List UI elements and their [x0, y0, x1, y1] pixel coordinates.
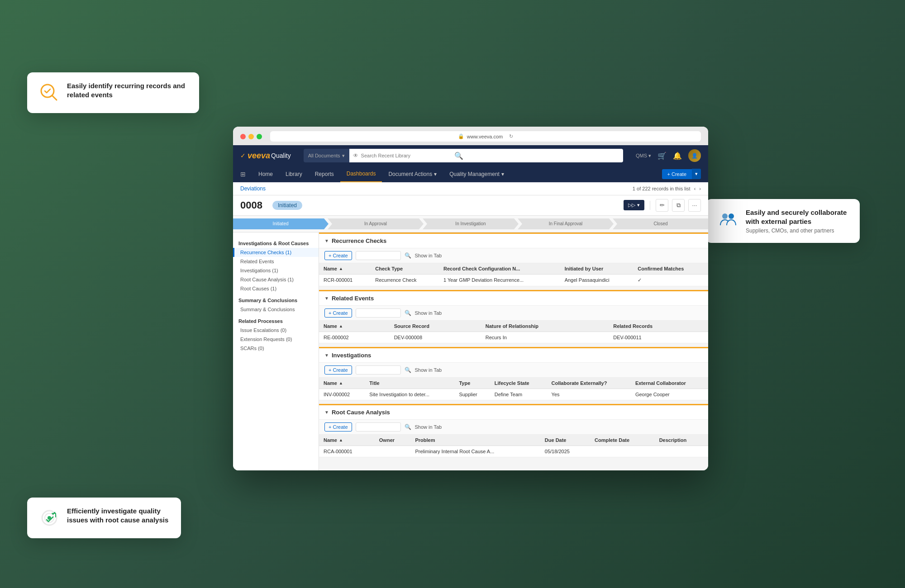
qms-menu[interactable]: QMS ▾	[636, 153, 651, 159]
inv-col-lifecycle[interactable]: Lifecycle State	[490, 378, 547, 389]
close-button[interactable]	[240, 134, 246, 139]
nav-document-actions[interactable]: Document Actions ▾	[382, 166, 443, 182]
related-events-show-tab[interactable]: Show in Tab	[415, 310, 442, 316]
sidebar-item-root-cause-analysis[interactable]: Root Cause Analysis (1)	[233, 275, 319, 284]
sidebar-item-root-causes[interactable]: Root Causes (1)	[233, 284, 319, 293]
investigations-search-icon[interactable]: 🔍	[405, 367, 411, 373]
recurrence-search-input[interactable]	[356, 251, 401, 260]
minimize-button[interactable]	[248, 134, 254, 139]
related-col-records[interactable]: Related Records	[609, 321, 708, 332]
rca-col-problem[interactable]: Problem	[411, 435, 540, 446]
inv-col-name[interactable]: Name ▲	[319, 378, 365, 389]
root-cause-search-icon[interactable]: 🔍	[405, 424, 411, 430]
sidebar-item-investigations[interactable]: Investigations (1)	[233, 266, 319, 275]
header-actions: QMS ▾ 🛒 🔔 👤	[636, 149, 701, 162]
rca-col-due-date[interactable]: Due Date	[540, 435, 590, 446]
recurrence-col-initiated-by[interactable]: Initiated by User	[560, 263, 634, 275]
nav-home[interactable]: Home	[252, 166, 279, 182]
grid-icon[interactable]: ⊞	[240, 171, 246, 178]
sidebar-item-summary-conclusions[interactable]: Summary & Conclusions	[233, 305, 319, 314]
table-row: RE-000002 DEV-000008 Recurs In DEV-00001…	[319, 332, 708, 343]
recurrence-col-name[interactable]: Name ▲	[319, 263, 371, 275]
related-events-collapse-icon[interactable]: ▼	[324, 296, 329, 301]
search-check-icon	[38, 81, 61, 104]
investigations-create-button[interactable]: + Create	[324, 365, 352, 375]
sidebar-item-issue-escalations[interactable]: Issue Escalations (0)	[233, 326, 319, 335]
copy-button[interactable]: ⧉	[672, 199, 685, 212]
investigations-collapse-icon[interactable]: ▼	[324, 353, 329, 358]
create-dropdown-button[interactable]: ▾	[692, 169, 701, 179]
prev-record-button[interactable]: ‹	[694, 186, 696, 191]
related-events-search-icon[interactable]: 🔍	[405, 310, 411, 316]
search-input[interactable]	[361, 153, 452, 158]
url-bar[interactable]: 🔒 www.veeva.com ↻	[270, 131, 701, 142]
doc-type-select[interactable]: All Documents ▾	[304, 149, 349, 162]
step-initiated[interactable]: Initiated	[233, 218, 329, 229]
create-button[interactable]: + Create	[662, 169, 692, 179]
related-col-source[interactable]: Source Record	[390, 321, 481, 332]
recurrence-name-cell[interactable]: RCR-000001	[319, 274, 371, 286]
sidebar-item-extension-requests[interactable]: Extension Requests (0)	[233, 335, 319, 344]
inv-name-cell[interactable]: INV-000002	[319, 389, 365, 400]
step-in-investigation[interactable]: In Investigation	[423, 218, 519, 229]
breadcrumb[interactable]: Deviations	[240, 185, 266, 192]
edit-button[interactable]: ✏	[656, 199, 668, 212]
recurrence-initiated-cell[interactable]: Angel Passaquindici	[560, 274, 634, 286]
recurrence-checks-section: ▼ Recurrence Checks + Create 🔍 Show in T…	[319, 232, 708, 286]
reload-icon[interactable]: ↻	[509, 133, 513, 139]
root-cause-search-input[interactable]	[356, 422, 401, 432]
search-icon[interactable]: 🔍	[454, 152, 463, 160]
related-col-nature[interactable]: Nature of Relationship	[481, 321, 609, 332]
recurrence-col-config[interactable]: Record Check Configuration N...	[439, 263, 560, 275]
inv-col-collaborator[interactable]: External Collaborator	[631, 378, 708, 389]
recurrence-col-check-type[interactable]: Check Type	[371, 263, 439, 275]
investigations-show-tab[interactable]: Show in Tab	[415, 367, 442, 373]
maximize-button[interactable]	[257, 134, 262, 139]
related-records-cell[interactable]: DEV-000011	[609, 332, 708, 343]
inv-collaborator-cell[interactable]: George Cooper	[631, 389, 708, 400]
rca-col-name[interactable]: Name ▲	[319, 435, 375, 446]
inv-col-type[interactable]: Type	[454, 378, 490, 389]
nav-reports[interactable]: Reports	[309, 166, 340, 182]
step-closed[interactable]: Closed	[613, 218, 708, 229]
root-cause-create-button[interactable]: + Create	[324, 422, 352, 432]
rca-col-owner[interactable]: Owner	[375, 435, 411, 446]
cart-icon[interactable]: 🛒	[657, 152, 667, 160]
related-events-table: Name ▲ Source Record Nature of Relations…	[319, 321, 708, 343]
recurrence-show-tab[interactable]: Show in Tab	[415, 253, 442, 258]
step-in-approval[interactable]: In Approval	[328, 218, 424, 229]
related-name-cell[interactable]: RE-000002	[319, 332, 390, 343]
related-col-name[interactable]: Name ▲	[319, 321, 390, 332]
root-cause-toolbar: + Create 🔍 Show in Tab	[319, 420, 708, 435]
recurrence-search-icon[interactable]: 🔍	[405, 252, 411, 259]
root-cause-collapse-icon[interactable]: ▼	[324, 410, 329, 415]
bell-icon[interactable]: 🔔	[673, 152, 682, 160]
nav-library[interactable]: Library	[279, 166, 309, 182]
next-record-button[interactable]: ›	[699, 186, 701, 191]
sidebar-item-related-events[interactable]: Related Events	[233, 257, 319, 266]
doc-actions-chevron: ▾	[434, 171, 437, 177]
related-events-header: ▼ Related Events	[319, 291, 708, 306]
inv-col-collaborate[interactable]: Collaborate Externally?	[547, 378, 631, 389]
recurrence-table: Name ▲ Check Type Record Check Configura…	[319, 263, 708, 286]
step-in-final-approval[interactable]: In Final Approval	[518, 218, 614, 229]
inv-col-title[interactable]: Title	[365, 378, 454, 389]
recurrence-create-button[interactable]: + Create	[324, 251, 352, 260]
nav-dashboards[interactable]: Dashboards	[340, 166, 382, 182]
recurrence-col-confirmed[interactable]: Confirmed Matches	[633, 263, 708, 275]
related-events-create-button[interactable]: + Create	[324, 308, 352, 318]
sidebar-item-recurrence-checks[interactable]: Recurrence Checks (1)	[233, 248, 319, 257]
related-events-search-input[interactable]	[356, 308, 401, 318]
root-cause-show-tab[interactable]: Show in Tab	[415, 424, 442, 430]
workflow-button[interactable]: ▷▷ ▾	[624, 200, 644, 210]
nav-quality-management[interactable]: Quality Management ▾	[443, 166, 510, 182]
rca-col-complete-date[interactable]: Complete Date	[590, 435, 655, 446]
sidebar-item-scars[interactable]: SCARs (0)	[233, 344, 319, 353]
recurrence-collapse-icon[interactable]: ▼	[324, 238, 329, 243]
rca-col-description[interactable]: Description	[655, 435, 708, 446]
record-count: 1 of 222 records in this list	[633, 186, 691, 191]
user-avatar[interactable]: 👤	[688, 149, 701, 162]
more-actions-button[interactable]: ···	[688, 199, 701, 212]
investigations-search-input[interactable]	[356, 365, 401, 375]
rca-name-cell[interactable]: RCA-000001	[319, 446, 375, 457]
